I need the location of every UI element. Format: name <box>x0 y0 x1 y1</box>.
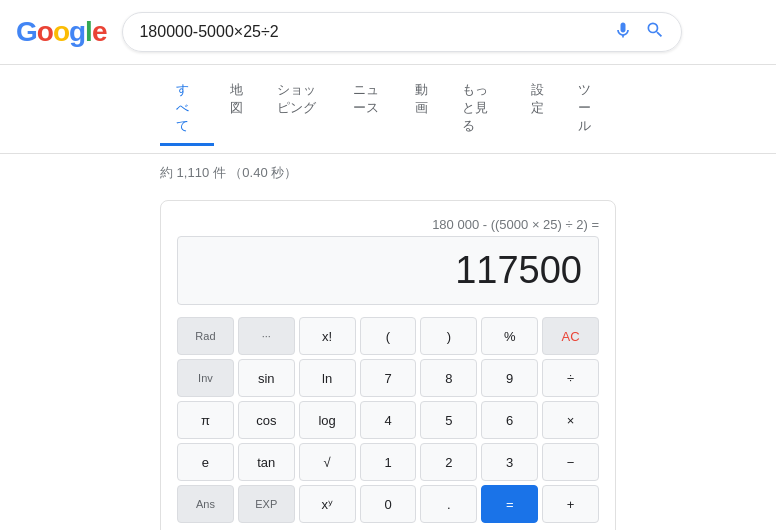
calc-btn-_-3-6[interactable]: − <box>542 443 599 481</box>
calc-btn-tan-3-1[interactable]: tan <box>238 443 295 481</box>
tab-tools[interactable]: ツール <box>562 73 616 146</box>
calc-btn-___-0-1[interactable]: ··· <box>238 317 295 355</box>
calc-result: 117500 <box>455 249 582 292</box>
calc-btn-_-2-0[interactable]: π <box>177 401 234 439</box>
tab-news[interactable]: ニュース <box>337 73 399 146</box>
calc-btn-7-1-3[interactable]: 7 <box>360 359 417 397</box>
calc-expression: 180 000 - ((5000 × 25) ÷ 2) = <box>177 217 599 232</box>
calc-btn-3-3-5[interactable]: 3 <box>481 443 538 481</box>
calc-btn-_-2-6[interactable]: × <box>542 401 599 439</box>
tab-shopping[interactable]: ショッピング <box>261 73 337 146</box>
microphone-icon[interactable] <box>613 20 633 45</box>
search-bar <box>122 12 682 52</box>
calc-btn-8-1-4[interactable]: 8 <box>420 359 477 397</box>
calc-btn-ln-1-2[interactable]: ln <box>299 359 356 397</box>
calc-btn-x_-4-2[interactable]: xʸ <box>299 485 356 523</box>
calc-btn-e-3-0[interactable]: e <box>177 443 234 481</box>
tab-videos[interactable]: 動画 <box>399 73 446 146</box>
calc-btn-_-0-5[interactable]: % <box>481 317 538 355</box>
header: Google <box>0 0 776 65</box>
tab-more[interactable]: もっと見る <box>446 73 515 146</box>
calc-btn-_-0-4[interactable]: ) <box>420 317 477 355</box>
search-icon[interactable] <box>645 20 665 45</box>
calc-btn-_-0-3[interactable]: ( <box>360 317 417 355</box>
calc-btn-1-3-3[interactable]: 1 <box>360 443 417 481</box>
calc-btn-Inv-1-0[interactable]: Inv <box>177 359 234 397</box>
calc-btn-AC-0-6[interactable]: AC <box>542 317 599 355</box>
search-input[interactable] <box>139 23 613 41</box>
calc-display: 117500 <box>177 236 599 305</box>
calc-btn-_-3-2[interactable]: √ <box>299 443 356 481</box>
tab-settings[interactable]: 設定 <box>515 73 562 146</box>
results-count: 約 1,110 件 （0.40 秒） <box>160 165 297 180</box>
calc-btn-Rad-0-0[interactable]: Rad <box>177 317 234 355</box>
calc-btn-_-4-6[interactable]: + <box>542 485 599 523</box>
calc-btn-EXP-4-1[interactable]: EXP <box>238 485 295 523</box>
google-logo[interactable]: Google <box>16 16 106 48</box>
calculator-card: 180 000 - ((5000 × 25) ÷ 2) = 117500 Rad… <box>160 200 616 530</box>
calc-btn-sin-1-1[interactable]: sin <box>238 359 295 397</box>
calc-btn-x_-0-2[interactable]: x! <box>299 317 356 355</box>
calc-grid: Rad···x!()%ACInvsinln789÷πcoslog456×etan… <box>177 317 599 523</box>
calc-btn-cos-2-1[interactable]: cos <box>238 401 295 439</box>
calc-btn-6-2-5[interactable]: 6 <box>481 401 538 439</box>
calc-btn-9-1-5[interactable]: 9 <box>481 359 538 397</box>
calc-btn-_-1-6[interactable]: ÷ <box>542 359 599 397</box>
calc-btn-Ans-4-0[interactable]: Ans <box>177 485 234 523</box>
calc-btn-4-2-3[interactable]: 4 <box>360 401 417 439</box>
calc-btn-0-4-3[interactable]: 0 <box>360 485 417 523</box>
calc-btn-_-4-5[interactable]: = <box>481 485 538 523</box>
calc-btn-5-2-4[interactable]: 5 <box>420 401 477 439</box>
calc-btn-2-3-4[interactable]: 2 <box>420 443 477 481</box>
calc-btn-_-4-4[interactable]: . <box>420 485 477 523</box>
nav-tabs: すべて 地図 ショッピング ニュース 動画 もっと見る 設定 ツール <box>0 65 776 154</box>
calc-btn-log-2-2[interactable]: log <box>299 401 356 439</box>
results-info: 約 1,110 件 （0.40 秒） <box>0 154 776 192</box>
tab-all[interactable]: すべて <box>160 73 214 146</box>
search-icons <box>613 20 665 45</box>
tab-maps[interactable]: 地図 <box>214 73 261 146</box>
